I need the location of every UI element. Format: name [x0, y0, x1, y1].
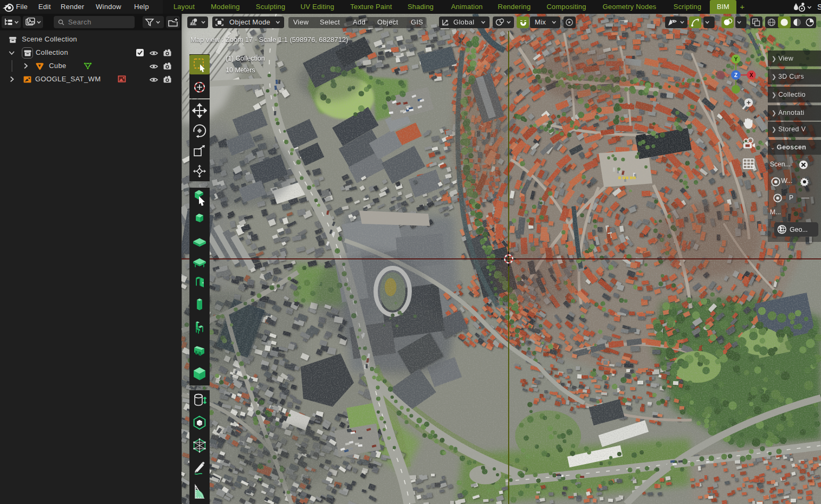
- svg-text:Y: Y: [734, 56, 738, 62]
- svg-text:X: X: [750, 72, 753, 78]
- svg-text:Z: Z: [734, 72, 737, 78]
